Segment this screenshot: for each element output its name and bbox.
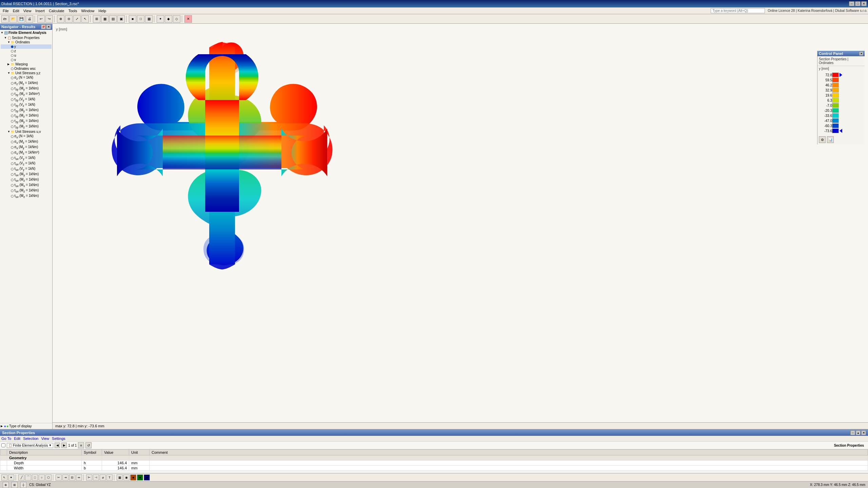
nav-item-tuv-my[interactable]: τuv (My = 1kNm) [1, 172, 52, 177]
dt-rect[interactable]: □ [32, 474, 38, 481]
nav-item-tzy-my[interactable]: τzy (My = 1kNm) [1, 86, 52, 92]
tb-view3[interactable]: ▤ [109, 15, 117, 23]
dt-circle[interactable]: ○ [39, 474, 45, 481]
nav-item-fea[interactable]: ▼ 🔢 Finite Element Analysis [1, 30, 52, 35]
nav-item-ordinates-wsc[interactable]: Ordinates wsc [1, 66, 52, 71]
nav-item-y[interactable]: y [1, 44, 52, 49]
nav-item-warping[interactable]: ▶ 📁 Warping [1, 62, 52, 66]
tb-print[interactable]: 🖨 [26, 15, 33, 23]
tb-view4[interactable]: ▣ [117, 15, 125, 23]
tb-render3[interactable]: ▩ [145, 15, 153, 23]
nav-item-ordinates[interactable]: ▼ 📁 Ordinates [1, 40, 52, 44]
nav-item-su-mz2[interactable]: σu (Mz = 1kNm²) [1, 150, 52, 156]
nav-item-su-n[interactable]: σu (N = 1kN) [1, 134, 52, 139]
nav-item-sz-n[interactable]: σz (N = 1kN) [1, 75, 52, 81]
tb-render2[interactable]: □ [137, 15, 144, 23]
tb-render1[interactable]: ■ [129, 15, 136, 23]
nav-item-unit-stress-yz[interactable]: ▼ 📁 Unit Stresses y,z [1, 71, 52, 75]
menu-window[interactable]: Window [79, 8, 96, 14]
dt-dim[interactable]: ⊢ [86, 474, 92, 481]
tb-result1[interactable]: ✦ [157, 15, 164, 23]
bp-next-button[interactable]: ▶ [61, 443, 67, 448]
dt-arc[interactable]: ⌒ [25, 474, 31, 481]
tb-select[interactable]: ↖ [81, 15, 89, 23]
dt-point[interactable]: ✦ [8, 474, 14, 481]
nav-item-z[interactable]: z [1, 49, 52, 53]
nav-item-tuv-mz3[interactable]: τuv (Mz = 1kNm) [1, 194, 52, 199]
nav-item-tuv-mz2[interactable]: τuv (Mz = 1kNm) [1, 188, 52, 194]
tb-view1[interactable]: ⊞ [93, 15, 100, 23]
dt-dim3[interactable]: ⌀ [100, 474, 106, 481]
dt-text[interactable]: T [106, 474, 113, 481]
bp-row-checkbox[interactable] [1, 443, 5, 447]
control-panel-close-button[interactable]: ✕ [859, 52, 863, 56]
dt-hatch[interactable]: ▦ [117, 474, 123, 481]
close-button[interactable]: ✕ [861, 1, 867, 6]
tb-result2[interactable]: ◆ [165, 15, 172, 23]
bp-selection-link[interactable]: Selection [23, 436, 38, 441]
tb-new[interactable]: 🗁 [1, 15, 9, 23]
nav-close-button[interactable]: ✕ [46, 24, 51, 29]
menu-view[interactable]: View [21, 8, 34, 14]
menu-insert[interactable]: Insert [33, 8, 47, 14]
nav-item-tuv-mx[interactable]: τuv (Mx = 1kNm) [1, 183, 52, 188]
bp-edit-link[interactable]: Edit [14, 436, 20, 441]
nav-item-v[interactable]: v [1, 58, 52, 62]
bp-goto-link[interactable]: Go To [1, 436, 11, 441]
nav-item-tzy-vy[interactable]: τzy (Vy = 1kN) [1, 97, 52, 102]
dt-mirror[interactable]: ⇔ [76, 474, 82, 481]
menu-edit[interactable]: Edit [11, 8, 21, 14]
minimize-button[interactable]: ─ [849, 1, 854, 6]
menu-help[interactable]: Help [97, 8, 108, 14]
nav-pin-button[interactable]: 📌 [41, 24, 46, 29]
nav-item-type-display[interactable]: ▶ ■ ■ Type of display [1, 424, 52, 428]
dt-trim[interactable]: ✂ [56, 474, 62, 481]
dt-polygon[interactable]: ⬡ [45, 474, 52, 481]
tb-view2[interactable]: ▦ [101, 15, 108, 23]
nav-item-tzy-my2[interactable]: τzy (My = 1kNm) [1, 108, 52, 113]
nav-item-unit-stress-uv[interactable]: ▼ 📁 Unit Stresses u,v [1, 129, 52, 134]
tb-zoom-all[interactable]: ⤢ [73, 15, 81, 23]
tb-stop[interactable]: ✕ [184, 15, 192, 23]
nav-item-u[interactable]: u [1, 53, 52, 58]
menu-tools[interactable]: Tools [66, 8, 79, 14]
bp-refresh-button[interactable]: ↺ [85, 442, 92, 448]
dt-color3[interactable]: ■ [144, 474, 150, 481]
nav-item-tzy-mz4[interactable]: τzy (Mz = 1kNm) [1, 124, 52, 129]
maximize-button[interactable]: □ [855, 1, 861, 6]
canvas-area[interactable]: y [mm] [53, 24, 868, 429]
dt-select[interactable]: ↖ [1, 474, 7, 481]
tb-zoom-out[interactable]: ⊖ [65, 15, 73, 23]
bp-settings-link[interactable]: Settings [52, 436, 65, 441]
nav-item-tuv-mz[interactable]: τuv (Mz = 1kNm) [1, 177, 52, 183]
bp-columns-button[interactable]: ≡ [78, 442, 84, 448]
nav-item-sz-mz[interactable]: σz (Mz = 1kNm) [1, 81, 52, 86]
tb-save[interactable]: 💾 [18, 15, 25, 23]
bp-prev-button[interactable]: ◀ [55, 443, 60, 448]
status-snap-button[interactable]: ⊕ [3, 482, 9, 488]
status-grid-button[interactable]: ⊞ [12, 482, 18, 488]
search-input[interactable] [711, 8, 765, 13]
tb-result3[interactable]: ◇ [173, 15, 180, 23]
dt-color2[interactable]: ■ [137, 474, 143, 481]
bp-analysis-dropdown[interactable]: ▼ [48, 444, 52, 447]
nav-item-tzy-my3[interactable]: τzy (My = 1kNm) [1, 119, 52, 124]
nav-item-tuv-vz[interactable]: τuv (Vz = 1kN) [1, 161, 52, 166]
dt-offset[interactable]: ⊟ [69, 474, 75, 481]
nav-item-tzy-vz[interactable]: τzy (Vz = 1kN) [1, 102, 52, 108]
dt-fill[interactable]: ◉ [123, 474, 130, 481]
nav-item-tuv-vy[interactable]: τuv (Vy = 1kN) [1, 156, 52, 161]
tb-redo[interactable]: ↪ [45, 15, 53, 23]
dt-extend[interactable]: ⇥ [62, 474, 68, 481]
dt-color1[interactable]: ■ [130, 474, 136, 481]
nav-item-tzy-mz2[interactable]: τzy (Mz = 1kNm²) [1, 92, 52, 97]
bp-view-link[interactable]: View [41, 436, 49, 441]
cp-export-button[interactable]: 📊 [827, 136, 834, 143]
menu-file[interactable]: File [1, 8, 11, 14]
dt-line[interactable]: ╱ [18, 474, 24, 481]
nav-item-tzy-mz3[interactable]: τzy (Mz = 1kNm) [1, 113, 52, 119]
nav-item-tuv-vy2[interactable]: τuv (Vy = 1kN) [1, 166, 52, 172]
nav-item-su-my[interactable]: σu (My = 1kNm) [1, 145, 52, 150]
nav-item-su-mz[interactable]: σu (Mz = 1kNm) [1, 139, 52, 145]
status-ortho-button[interactable]: ┼ [20, 482, 26, 488]
